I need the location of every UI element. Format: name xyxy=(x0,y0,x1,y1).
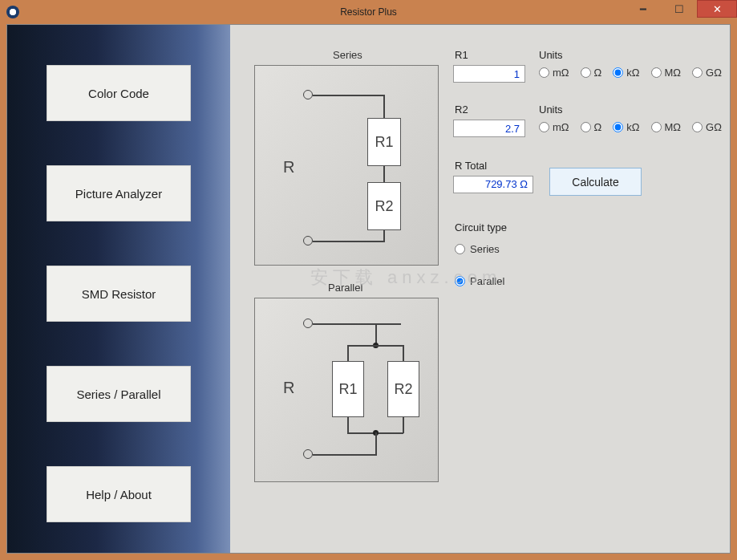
parallel-diagram: R R1 R2 xyxy=(254,298,439,482)
minimize-button[interactable]: ━ xyxy=(625,0,661,18)
r1-label: R1 xyxy=(455,49,468,61)
terminal-icon xyxy=(303,449,313,459)
nav-picture-analyzer[interactable]: Picture Analyzer xyxy=(47,165,191,221)
wire xyxy=(347,345,403,347)
parallel-r1-label: R1 xyxy=(338,381,357,398)
parallel-title: Parallel xyxy=(328,282,362,294)
nav-label: Series / Parallel xyxy=(76,388,160,401)
r2-units-row: mΩ Ω kΩ MΩ GΩ xyxy=(539,121,722,133)
r1-input[interactable] xyxy=(453,65,525,83)
series-r1-box: R1 xyxy=(367,118,401,166)
nav-label: SMD Resistor xyxy=(82,287,156,301)
nav-smd-resistor[interactable]: SMD Resistor xyxy=(47,266,191,322)
wire xyxy=(347,417,349,433)
titlebar: Resistor Plus ━ ☐ ✕ xyxy=(0,0,737,24)
terminal-icon xyxy=(303,236,313,246)
series-r1-label: R1 xyxy=(375,134,393,151)
series-r-label: R xyxy=(283,158,294,177)
r1-unit-gohm[interactable]: GΩ xyxy=(692,67,722,79)
sidebar: Color Code Picture Analyzer SMD Resistor… xyxy=(7,25,230,553)
client-area: Color Code Picture Analyzer SMD Resistor… xyxy=(6,24,731,554)
parallel-r2-box: R2 xyxy=(387,361,419,417)
wire xyxy=(313,241,385,242)
nav-label: Picture Analyzer xyxy=(75,187,162,201)
rtotal-output: 729.73 Ω xyxy=(453,176,533,193)
wire xyxy=(313,454,377,456)
terminal-icon xyxy=(303,90,313,99)
rtotal-value: 729.73 Ω xyxy=(485,178,528,190)
window-title: Resistor Plus xyxy=(340,6,397,18)
r1-units-label: Units xyxy=(539,49,563,61)
terminal-icon xyxy=(303,319,313,328)
wire xyxy=(347,345,349,361)
maximize-button[interactable]: ☐ xyxy=(661,0,697,18)
nav-label: Color Code xyxy=(88,87,149,100)
circuit-type-label: Circuit type xyxy=(455,221,507,233)
nav-series-parallel[interactable]: Series / Parallel xyxy=(47,366,191,422)
r2-input[interactable] xyxy=(453,120,525,137)
r2-units-label: Units xyxy=(539,103,563,116)
main-panel: Series R R1 R2 Parallel R xyxy=(230,25,730,553)
window-controls: ━ ☐ ✕ xyxy=(625,0,737,18)
nav-help-about[interactable]: Help / About xyxy=(47,466,191,522)
parallel-r1-box: R1 xyxy=(332,361,364,417)
r1-unit-ohm[interactable]: Ω xyxy=(581,67,602,79)
series-r2-label: R2 xyxy=(375,198,393,215)
r1-unit-kohm[interactable]: kΩ xyxy=(613,67,639,79)
app-icon xyxy=(6,6,19,18)
series-diagram: R R1 R2 xyxy=(254,65,439,266)
r1-units-row: mΩ Ω kΩ MΩ GΩ xyxy=(539,67,722,79)
r2-unit-kohm[interactable]: kΩ xyxy=(613,121,639,133)
r2-unit-gohm[interactable]: GΩ xyxy=(692,121,722,133)
calculate-button[interactable]: Calculate xyxy=(549,168,642,196)
r1-unit-Mohm[interactable]: MΩ xyxy=(651,67,682,79)
circuit-type-group: Circuit type Series Parallel xyxy=(455,221,507,287)
parallel-r2-label: R2 xyxy=(394,381,412,398)
circuit-type-parallel[interactable]: Parallel xyxy=(455,275,507,287)
wire xyxy=(313,95,385,96)
series-title: Series xyxy=(333,49,362,61)
series-r2-box: R2 xyxy=(367,182,401,230)
r2-label: R2 xyxy=(455,103,468,116)
wire xyxy=(383,166,385,182)
r1-unit-mohm[interactable]: mΩ xyxy=(539,67,569,79)
circuit-type-series[interactable]: Series xyxy=(455,243,507,255)
r2-unit-ohm[interactable]: Ω xyxy=(581,121,602,133)
wire xyxy=(403,345,404,361)
nav-label: Help / About xyxy=(86,488,152,501)
close-button[interactable]: ✕ xyxy=(697,0,737,18)
wire xyxy=(403,417,404,433)
wire xyxy=(313,323,401,325)
wire xyxy=(375,432,377,455)
rtotal-label: R Total xyxy=(455,160,487,172)
r2-unit-mohm[interactable]: mΩ xyxy=(539,121,569,133)
calculate-label: Calculate xyxy=(572,176,618,189)
r2-unit-Mohm[interactable]: MΩ xyxy=(651,121,682,133)
wire xyxy=(383,95,385,119)
parallel-r-label: R xyxy=(283,379,294,397)
nav-color-code[interactable]: Color Code xyxy=(47,65,191,121)
